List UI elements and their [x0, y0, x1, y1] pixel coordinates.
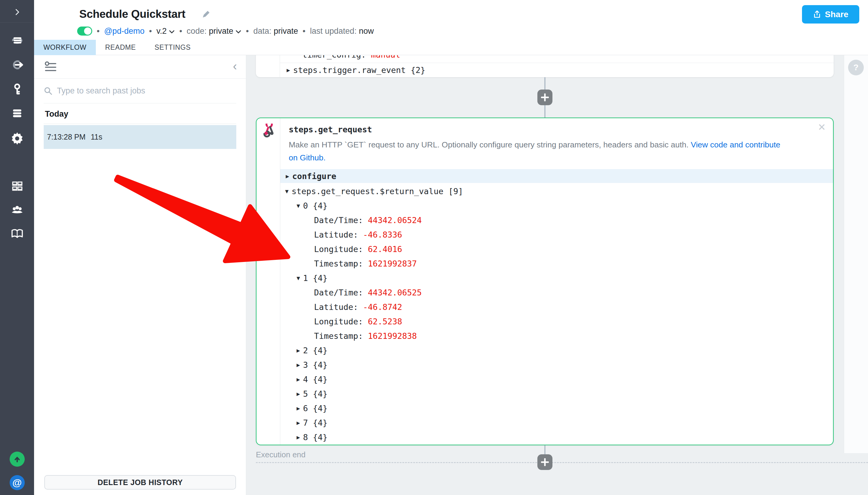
tree-node-toggle[interactable]: ▶3 {4}	[280, 358, 833, 372]
tree-root-toggle[interactable]: ▼ steps.get_request.$return_value [9]	[280, 184, 833, 198]
settings-gear-icon[interactable]	[9, 129, 25, 146]
data-visibility: data: private	[253, 27, 298, 36]
code-visibility-dropdown[interactable]: code: private	[187, 27, 241, 36]
execution-end-label: Execution end	[256, 450, 306, 459]
expand-triangle-icon[interactable]: ▶	[297, 390, 300, 397]
collapse-panel-icon[interactable]: ‹	[233, 59, 237, 73]
github-link[interactable]: on Github.	[289, 153, 326, 162]
job-duration: 11s	[91, 133, 102, 141]
keys-icon[interactable]	[9, 81, 25, 98]
tree-field: Date/Time:44342.06525	[280, 285, 833, 300]
workflow-meta-row: • @pd-demo • v.2 • code: private • data:…	[77, 27, 374, 36]
event-sources-icon[interactable]	[9, 56, 25, 73]
tree-node-toggle[interactable]: ▶5 {4}	[280, 387, 833, 401]
sql-database-icon[interactable]	[9, 105, 25, 121]
close-step-icon[interactable]: ✕	[818, 122, 826, 132]
account-icon[interactable]: @	[9, 474, 25, 491]
apps-grid-icon[interactable]	[9, 177, 25, 194]
job-search-input[interactable]	[57, 86, 236, 96]
delete-job-history-button[interactable]: DELETE JOB HISTORY	[44, 475, 236, 490]
expand-triangle-icon[interactable]: ▶	[297, 361, 300, 368]
share-button[interactable]: Share	[802, 5, 859, 23]
collapse-triangle-icon[interactable]: ▼	[297, 202, 300, 209]
trigger-card-gutter	[256, 55, 280, 77]
add-step-button-top[interactable]	[537, 89, 553, 105]
separator-dot: •	[302, 27, 305, 36]
expand-triangle-icon[interactable]: ▶	[297, 419, 300, 426]
job-time: 7:13:28 PM	[47, 133, 91, 141]
expand-triangle-icon[interactable]: ▶	[286, 173, 289, 180]
collapse-triangle-icon[interactable]: ▼	[285, 188, 289, 194]
tree-field: Timestamp:1621992837	[280, 256, 833, 271]
expand-sidebar-icon[interactable]	[9, 4, 25, 20]
tree-field: Date/Time:44342.06524	[280, 213, 833, 227]
execution-end-dashed-line	[256, 462, 868, 463]
tree-node-toggle[interactable]: ▶7 {4}	[280, 415, 833, 430]
step-card-gutter	[257, 118, 280, 445]
tree-node-toggle[interactable]: ▶2 {4}	[280, 343, 833, 358]
last-updated: last updated: now	[310, 27, 374, 36]
chevron-down-icon	[169, 27, 175, 36]
tab-bar: WORKFLOW README SETTINGS	[34, 40, 868, 55]
step-title: steps.get_request	[289, 125, 372, 134]
tree-node-toggle[interactable]: ▶4 {4}	[280, 372, 833, 387]
view-code-link[interactable]: View code and contribute	[691, 140, 780, 149]
expand-triangle-icon[interactable]: ▶	[297, 347, 300, 354]
expand-triangle-icon[interactable]: ▶	[297, 434, 300, 441]
community-icon[interactable]	[9, 201, 25, 218]
tab-workflow[interactable]: WORKFLOW	[34, 40, 96, 55]
sidebar-divider	[0, 22, 34, 23]
expand-triangle-icon[interactable]: ▶	[297, 405, 300, 411]
jobs-section-label: Today	[45, 109, 246, 119]
tree-node-toggle[interactable]: ▼0 {4}	[280, 198, 833, 213]
share-icon	[813, 10, 821, 19]
trigger-raw-event-toggle[interactable]: ▶ steps.trigger.raw_event {2}	[280, 63, 834, 77]
trigger-step-card: timer_config: manual ▶ steps.trigger.raw…	[256, 55, 834, 77]
trigger-config-row: timer_config: manual	[280, 55, 834, 63]
app-sidebar: @	[0, 0, 34, 495]
tree-field: Latitude:-46.8336	[280, 227, 833, 242]
page-title: Schedule Quickstart	[79, 8, 185, 20]
tree-field: Latitude:-46.8742	[280, 300, 833, 314]
tab-settings[interactable]: SETTINGS	[145, 40, 200, 55]
tree-node-toggle[interactable]: ▶6 {4}	[280, 401, 833, 415]
separator-dot: •	[179, 27, 182, 36]
edit-title-pencil-icon[interactable]	[202, 10, 211, 19]
http-webhook-icon	[261, 124, 276, 137]
job-filter-icon[interactable]	[44, 61, 57, 74]
configure-section-toggle[interactable]: ▶ configure	[280, 169, 833, 183]
collapse-triangle-icon[interactable]: ▼	[297, 275, 300, 281]
add-step-button-bottom[interactable]	[537, 454, 553, 470]
expand-triangle-icon[interactable]: ▶	[287, 67, 290, 73]
get-request-step-card: steps.get_request ✕ Make an HTTP `GET` r…	[256, 118, 834, 445]
tree-field: Longitude:62.4016	[280, 242, 833, 256]
version-dropdown[interactable]: v.2	[156, 27, 175, 36]
return-value-tree: ▼ steps.get_request.$return_value [9] ▼0…	[280, 184, 833, 444]
tree-field: Timestamp:1621992838	[280, 329, 833, 343]
search-icon	[44, 86, 53, 96]
deploy-toggle[interactable]	[77, 27, 92, 36]
docs-book-icon[interactable]	[9, 225, 25, 242]
separator-dot: •	[97, 27, 100, 36]
chevron-down-icon	[236, 27, 241, 36]
help-button[interactable]: ?	[848, 60, 864, 75]
account-link[interactable]: @pd-demo	[104, 27, 144, 36]
canvas-right-gutter	[844, 55, 868, 453]
expand-triangle-icon[interactable]: ▶	[297, 376, 300, 382]
tree-node-toggle[interactable]: ▼1 {4}	[280, 271, 833, 285]
tree-field: Longitude:62.5238	[280, 314, 833, 329]
step-description: Make an HTTP `GET` request to any URL. O…	[280, 134, 833, 164]
job-search-row	[44, 79, 236, 103]
upgrade-icon[interactable]	[9, 451, 25, 467]
workflow-header: Schedule Quickstart Share • @pd-demo • v…	[34, 0, 868, 40]
workflows-icon[interactable]	[9, 32, 25, 49]
past-jobs-panel: ‹ Today 7:13:28 PM 11s DELETE JOB HISTOR…	[34, 55, 246, 495]
jobs-toolbar: ‹	[34, 55, 246, 79]
workflow-canvas: timer_config: manual ▶ steps.trigger.raw…	[246, 55, 868, 495]
tab-readme[interactable]: README	[96, 40, 145, 55]
separator-dot: •	[246, 27, 249, 36]
separator-dot: •	[149, 27, 152, 36]
tree-node-toggle[interactable]: ▶8 {4}	[280, 430, 833, 444]
job-list-item[interactable]: 7:13:28 PM 11s	[44, 125, 236, 149]
